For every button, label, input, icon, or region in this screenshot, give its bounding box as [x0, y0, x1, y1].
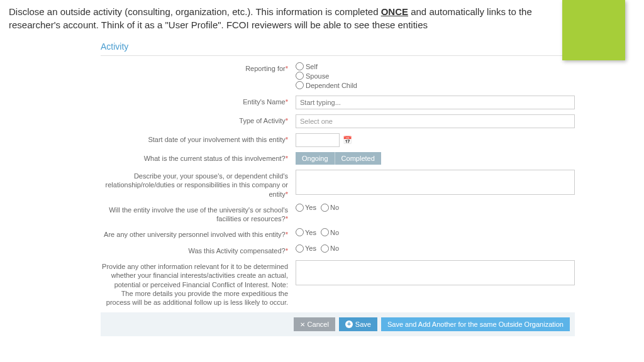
entity-name-input[interactable] [296, 96, 575, 109]
section-heading: Activity [101, 38, 575, 56]
type-activity-select[interactable]: Select one [296, 114, 575, 128]
radio-personnel-yes[interactable] [296, 228, 304, 236]
label-describe: Describe your, your spouse's, or depende… [101, 170, 296, 199]
radio-dependent-child[interactable] [296, 81, 304, 89]
cancel-button[interactable]: Cancel [294, 317, 335, 331]
status-completed-button[interactable]: Completed [335, 152, 381, 165]
save-add-another-button[interactable]: Save and Add Another for the same Outsid… [381, 317, 570, 331]
plus-icon: + [345, 321, 353, 328]
label-facilities: Will the entity involve the use of the u… [101, 204, 296, 224]
label-compensated: Was this Activity compensated?* [101, 244, 296, 255]
calendar-icon[interactable]: 📅 [343, 136, 352, 145]
label-type-activity: Type of Activity* [101, 114, 296, 128]
label-status: What is the current status of this invol… [101, 152, 296, 165]
green-decorative-tab [562, 0, 625, 60]
describe-textarea[interactable] [296, 170, 575, 195]
radio-compensated-no[interactable] [321, 244, 329, 253]
label-reporting-for: Reporting for* [101, 62, 296, 90]
radio-facilities-yes[interactable] [296, 204, 304, 212]
close-icon [300, 321, 305, 328]
radio-facilities-no[interactable] [321, 204, 329, 212]
radio-compensated-yes[interactable] [296, 244, 304, 253]
start-date-input[interactable] [296, 133, 340, 147]
radio-spouse[interactable] [296, 72, 304, 80]
instructions-text: Disclose an outside activity (consulting… [0, 0, 579, 31]
label-other-info: Provide any other information relevant f… [101, 260, 296, 307]
status-ongoing-button[interactable]: Ongoing [296, 152, 335, 165]
label-start-date: Start date of your involvement with this… [101, 133, 296, 147]
save-button[interactable]: +Save [339, 317, 377, 331]
other-info-textarea[interactable] [296, 260, 575, 285]
radio-personnel-no[interactable] [321, 228, 329, 236]
activity-form: Activity Reporting for* Self Spouse Depe… [101, 38, 575, 336]
button-bar: Cancel +Save Save and Add Another for th… [101, 312, 575, 336]
radio-self[interactable] [296, 62, 304, 70]
label-entity-name: Entity's Name* [101, 96, 296, 109]
label-personnel: Are any other university personnel invol… [101, 228, 296, 239]
